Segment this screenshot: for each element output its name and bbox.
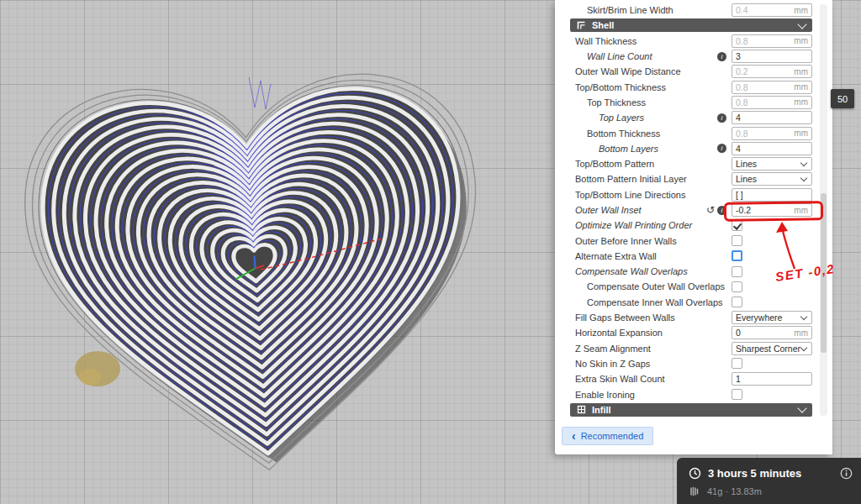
- value-input[interactable]: [ ]: [732, 188, 812, 202]
- setting-row: Compensate Outer Wall Overlaps: [555, 279, 812, 294]
- unit-label: mm: [794, 129, 808, 138]
- value-text: -0.2: [736, 205, 794, 215]
- checkbox[interactable]: [732, 220, 742, 231]
- value-input[interactable]: 0.4mm: [732, 3, 812, 17]
- unit-label: mm: [794, 97, 808, 107]
- value-text: 0.4: [736, 5, 794, 15]
- setting-label: Wall Line Count: [555, 51, 717, 61]
- heart-model-preview[interactable]: [0, 0, 555, 504]
- setting-label: Compensate Inner Wall Overlaps: [555, 297, 726, 307]
- filament-spool-icon: [689, 486, 700, 497]
- setting-label: Top/Bottom Line Directions: [555, 190, 726, 200]
- setting-label: Bottom Thickness: [555, 129, 726, 139]
- revert-icon[interactable]: ↺: [706, 206, 715, 215]
- setting-row: Bottom Layersi4: [555, 141, 812, 156]
- shell-icon: [577, 21, 586, 30]
- info-icon[interactable]: i: [717, 113, 726, 123]
- setting-row: Outer Wall Wipe Distance0.2mm: [555, 64, 812, 79]
- section-label: Infill: [592, 405, 799, 415]
- setting-label: Compensate Wall Overlaps: [555, 266, 726, 276]
- unit-label: mm: [794, 36, 808, 45]
- print-estimate-panel: 3 hours 5 minutes 41g · 13.83m: [677, 458, 861, 504]
- setting-row: Extra Skin Wall Count1: [555, 371, 812, 386]
- value-text: [ ]: [736, 190, 808, 200]
- value-input[interactable]: 1: [732, 372, 812, 386]
- section-header-shell[interactable]: Shell: [570, 18, 812, 32]
- setting-label: Outer Wall Inset: [555, 205, 706, 215]
- value-input[interactable]: 4: [732, 111, 812, 124]
- setting-row: Bottom Thickness0.8mm: [555, 125, 812, 140]
- infill-icon: [577, 405, 586, 414]
- setting-label: Outer Wall Wipe Distance: [555, 66, 726, 76]
- checkbox[interactable]: [732, 389, 742, 400]
- print-settings-panel: Skirt/Brim Line Width0.4mmShellWall Thic…: [555, 0, 832, 454]
- value-input[interactable]: 3: [732, 50, 812, 63]
- setting-label: Horizontal Expansion: [555, 328, 726, 338]
- setting-label: Enable Ironing: [555, 390, 726, 400]
- value-text: 4: [736, 144, 808, 154]
- section-header-infill[interactable]: Infill: [570, 403, 812, 417]
- checkbox[interactable]: [732, 358, 742, 369]
- setting-row: Alternate Extra Wall: [555, 249, 812, 264]
- setting-label: Compensate Outer Wall Overlaps: [555, 281, 726, 291]
- checkbox[interactable]: [732, 281, 742, 292]
- scrollbar-thumb[interactable]: [821, 193, 827, 353]
- setting-row: Wall Line Counti3: [555, 49, 812, 64]
- value-input[interactable]: 0.8mm: [732, 34, 812, 48]
- dropdown[interactable]: Everywhere: [732, 311, 812, 324]
- checkbox[interactable]: [732, 266, 742, 277]
- dropdown[interactable]: Lines: [732, 172, 812, 186]
- value-text: 0.8: [736, 97, 794, 108]
- value-input[interactable]: 0.8mm: [732, 127, 812, 140]
- setting-label: Outer Before Inner Walls: [555, 236, 726, 246]
- chevron-down-icon: [797, 404, 806, 413]
- value-input[interactable]: 0.8mm: [732, 96, 812, 109]
- material-usage: 41g · 13.83m: [707, 486, 762, 496]
- info-icon[interactable]: i: [717, 206, 726, 215]
- checkbox[interactable]: [732, 235, 742, 246]
- setting-row: Top/Bottom Thickness0.8mm: [555, 79, 812, 94]
- dropdown-value: Lines: [736, 159, 757, 169]
- setting-row: No Skin in Z Gaps: [555, 356, 812, 371]
- value-input[interactable]: -0.2mm: [732, 203, 812, 217]
- setting-label: Extra Skin Wall Count: [555, 374, 726, 384]
- recommended-mode-button[interactable]: ‹ Recommended: [562, 427, 653, 445]
- value-text: 0: [736, 328, 794, 338]
- value-text: 4: [736, 113, 808, 123]
- print-time: 3 hours 5 minutes: [708, 467, 833, 480]
- value-input[interactable]: 4: [732, 142, 812, 155]
- checkbox[interactable]: [732, 297, 742, 307]
- setting-label: Fill Gaps Between Walls: [555, 312, 726, 323]
- value-input[interactable]: 0.8mm: [732, 81, 812, 94]
- setting-label: Skirt/Brim Line Width: [555, 5, 726, 15]
- setting-label: Top Layers: [555, 113, 717, 123]
- dropdown[interactable]: Sharpest Corner: [732, 342, 812, 355]
- setting-row: Compensate Inner Wall Overlaps: [555, 295, 812, 310]
- setting-row: Compensate Wall Overlaps: [555, 264, 812, 279]
- unit-label: mm: [794, 67, 808, 76]
- setting-label: Bottom Layers: [555, 144, 717, 154]
- value-text: 1: [736, 374, 808, 384]
- info-icon[interactable]: i: [717, 144, 726, 153]
- value-input[interactable]: 0mm: [732, 326, 812, 339]
- info-icon[interactable]: [840, 467, 853, 480]
- dropdown-value: Lines: [736, 174, 757, 184]
- setting-label: Top/Bottom Pattern: [555, 159, 726, 169]
- setting-label: Alternate Extra Wall: [555, 251, 726, 261]
- value-text: 0.8: [736, 36, 794, 46]
- setting-label: Bottom Pattern Initial Layer: [555, 174, 726, 184]
- value-text: 0.8: [736, 129, 794, 139]
- dropdown[interactable]: Lines: [732, 157, 812, 171]
- info-icon[interactable]: i: [717, 52, 726, 61]
- checkbox[interactable]: [732, 250, 742, 261]
- setting-row: Z Seam AlignmentSharpest Corner: [555, 341, 812, 356]
- layer-slider-handle[interactable]: 50: [831, 89, 854, 108]
- layer-number: 50: [837, 94, 848, 104]
- value-input[interactable]: 0.2mm: [732, 65, 812, 78]
- setting-row: Enable Ironing: [555, 386, 812, 402]
- chevron-down-icon: [800, 313, 807, 320]
- value-text: 3: [736, 51, 808, 61]
- setting-row: Outer Wall Inset↺i-0.2mm: [555, 202, 812, 218]
- setting-row: Wall Thickness0.8mm: [555, 34, 812, 49]
- chevron-left-icon: ‹: [572, 432, 576, 440]
